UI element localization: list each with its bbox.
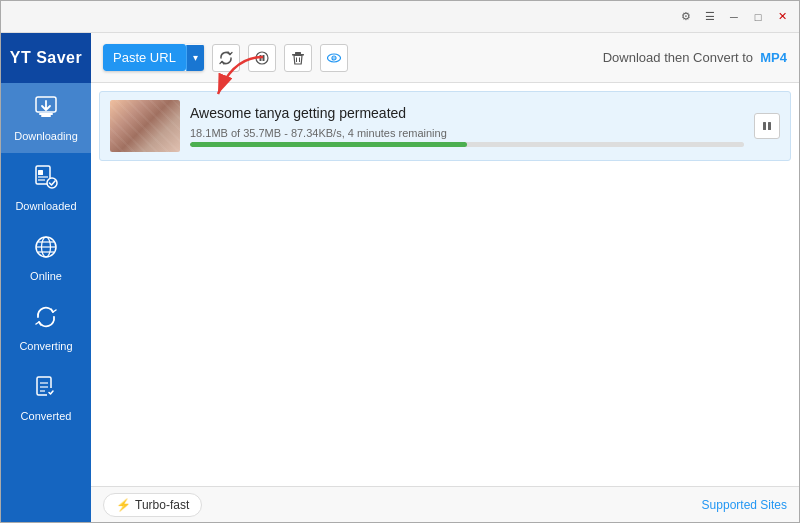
svg-rect-21 xyxy=(262,55,264,61)
delete-button[interactable] xyxy=(284,44,312,72)
download-actions xyxy=(754,113,780,139)
item-pause-button[interactable] xyxy=(754,113,780,139)
sidebar-downloaded-label: Downloaded xyxy=(15,200,76,212)
app-name: YT Saver xyxy=(10,49,82,67)
paste-url-button[interactable]: Paste URL xyxy=(103,44,186,71)
turbo-fast-button[interactable]: ⚡ Turbo-fast xyxy=(103,493,202,517)
svg-point-19 xyxy=(256,52,268,64)
sidebar-item-converted[interactable]: Converted xyxy=(1,363,91,433)
minimize-btn[interactable]: ─ xyxy=(725,8,743,26)
svg-point-7 xyxy=(47,178,57,188)
progress-bar-background xyxy=(190,142,744,147)
toolbar-right: Download then Convert to MP4 xyxy=(603,50,787,65)
converted-icon xyxy=(33,374,59,406)
menu-btn[interactable]: ☰ xyxy=(701,8,719,26)
download-list: Awesome tanya getting permeated 18.1MB o… xyxy=(91,83,799,486)
turbo-label: Turbo-fast xyxy=(135,498,189,512)
settings-btn[interactable]: ⚙ xyxy=(677,8,695,26)
downloaded-icon xyxy=(33,164,59,196)
svg-rect-20 xyxy=(259,55,261,61)
svg-rect-23 xyxy=(295,52,301,54)
app-container: ⚙ ☰ ─ □ ✕ YT Saver D xyxy=(0,0,800,523)
sidebar-item-converting[interactable]: Converting xyxy=(1,293,91,363)
paste-url-label: Paste URL xyxy=(113,50,176,65)
lightning-icon: ⚡ xyxy=(116,498,131,512)
sidebar-item-online[interactable]: Online xyxy=(1,223,91,293)
download-thumbnail xyxy=(110,100,180,152)
main-layout: YT Saver Downloading xyxy=(1,33,799,522)
format-link[interactable]: MP4 xyxy=(760,50,787,65)
svg-rect-2 xyxy=(39,113,53,115)
content-area: Paste URL ▾ xyxy=(91,33,799,522)
sidebar-item-downloading[interactable]: Downloading xyxy=(1,83,91,153)
footer: ⚡ Turbo-fast Supported Sites xyxy=(91,486,799,522)
sidebar-downloading-label: Downloading xyxy=(14,130,78,142)
download-progress-row: 18.1MB of 35.7MB - 87.34KB/s, 4 minutes … xyxy=(190,127,744,147)
pause-all-button[interactable] xyxy=(248,44,276,72)
svg-rect-1 xyxy=(41,115,51,117)
refresh-button[interactable] xyxy=(212,44,240,72)
svg-rect-4 xyxy=(38,170,43,175)
sidebar-item-downloaded[interactable]: Downloaded xyxy=(1,153,91,223)
paste-url-dropdown[interactable]: ▾ xyxy=(186,45,204,71)
download-info: Awesome tanya getting permeated 18.1MB o… xyxy=(190,105,744,147)
converting-icon xyxy=(33,304,59,336)
online-icon xyxy=(33,234,59,266)
download-stats: 18.1MB of 35.7MB - 87.34KB/s, 4 minutes … xyxy=(190,127,744,139)
progress-bar-fill xyxy=(190,142,467,147)
close-btn[interactable]: ✕ xyxy=(773,8,791,26)
toolbar: Paste URL ▾ xyxy=(91,33,799,83)
svg-rect-30 xyxy=(768,122,771,130)
app-logo: YT Saver xyxy=(1,33,91,83)
supported-sites-link[interactable]: Supported Sites xyxy=(702,498,787,512)
sidebar-converting-label: Converting xyxy=(19,340,72,352)
title-bar: ⚙ ☰ ─ □ ✕ xyxy=(1,1,799,33)
sidebar-converted-label: Converted xyxy=(21,410,72,422)
downloading-icon xyxy=(33,94,59,126)
maximize-btn[interactable]: □ xyxy=(749,8,767,26)
download-item: Awesome tanya getting permeated 18.1MB o… xyxy=(99,91,791,161)
preview-button[interactable] xyxy=(320,44,348,72)
svg-point-28 xyxy=(333,57,335,59)
sidebar-online-label: Online xyxy=(30,270,62,282)
download-title: Awesome tanya getting permeated xyxy=(190,105,744,121)
download-convert-text: Download then Convert to xyxy=(603,50,753,65)
svg-rect-29 xyxy=(763,122,766,130)
sidebar: YT Saver Downloading xyxy=(1,33,91,522)
toolbar-left: Paste URL ▾ xyxy=(103,44,348,72)
